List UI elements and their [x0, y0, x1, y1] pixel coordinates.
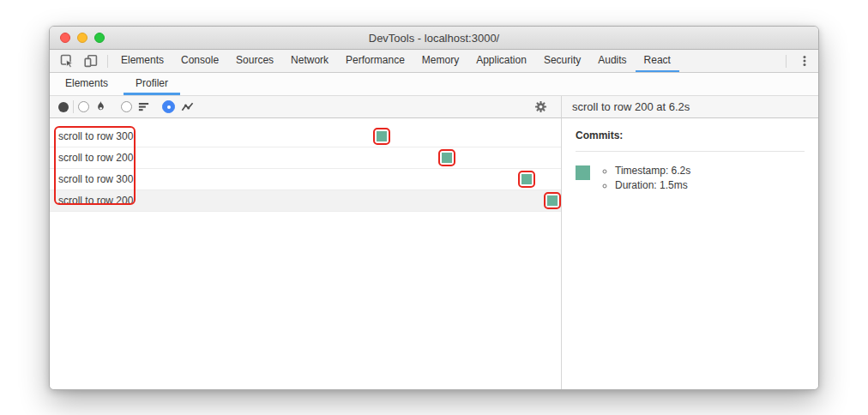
interactions-list: scroll to row 300 scroll to row 200 scro…	[50, 118, 561, 212]
details-divider	[576, 151, 805, 152]
interactions-radio-circle	[162, 100, 175, 113]
tab-sources[interactable]: Sources	[227, 50, 282, 72]
close-button[interactable]	[60, 33, 70, 43]
ranked-view-radio[interactable]	[121, 100, 150, 113]
commit-duration: Duration: 1.5ms	[615, 179, 690, 191]
devtools-tab-bar: Elements Console Sources Network Perform…	[50, 50, 818, 73]
inspect-cursor-icon	[60, 54, 74, 68]
commit-square[interactable]	[547, 195, 558, 206]
annotation-ring	[438, 149, 455, 166]
commit-details-header: scroll to row 200 at 6.2s	[562, 96, 818, 118]
react-panel-tab-bar: Elements Profiler	[50, 73, 818, 96]
tab-application[interactable]: Application	[467, 50, 535, 72]
traffic-lights	[60, 27, 105, 49]
window-title: DevTools - localhost:3000/	[369, 32, 499, 45]
tab-network[interactable]: Network	[282, 50, 337, 72]
ranked-radio-circle	[121, 101, 132, 112]
commit-details-panel: Commits: Timestamp: 6.2s Duration: 1.5ms	[562, 118, 818, 389]
tab-security[interactable]: Security	[535, 50, 589, 72]
flamegraph-view-radio[interactable]	[78, 100, 107, 113]
tab-bar-spacer	[679, 50, 781, 72]
devtools-window: DevTools - localhost:3000/ Elements Cons…	[49, 26, 819, 390]
react-tab-elements[interactable]: Elements	[53, 73, 120, 95]
interaction-label: scroll to row 300	[50, 169, 133, 189]
toolbar-divider	[107, 55, 108, 68]
interaction-label: scroll to row 200	[50, 147, 133, 168]
interaction-row[interactable]: scroll to row 300	[50, 169, 561, 190]
tab-react[interactable]: React	[636, 50, 679, 72]
kebab-menu-icon	[799, 54, 811, 68]
interactions-chart-icon	[180, 100, 195, 113]
gear-icon	[534, 100, 547, 113]
minimize-button[interactable]	[77, 33, 87, 43]
commit-square[interactable]	[377, 131, 387, 141]
menu-divider	[786, 55, 787, 68]
annotation-ring	[373, 128, 390, 145]
interaction-row[interactable]: scroll to row 300	[50, 126, 561, 147]
flamegraph-radio-circle	[78, 101, 89, 112]
commit-info-list: Timestamp: 6.2s Duration: 1.5ms	[590, 162, 690, 194]
profiler-toolbar	[50, 96, 562, 118]
profiler-settings-button[interactable]	[529, 100, 552, 113]
commit-entry[interactable]: Timestamp: 6.2s Duration: 1.5ms	[576, 162, 805, 194]
tab-performance[interactable]: Performance	[337, 50, 413, 72]
record-button[interactable]	[58, 102, 69, 112]
commit-color-swatch	[576, 165, 590, 180]
interaction-label: scroll to row 300	[50, 126, 133, 147]
flame-icon	[94, 100, 107, 113]
commits-heading: Commits:	[576, 129, 805, 141]
device-toolbar-icon	[84, 54, 98, 68]
tab-audits[interactable]: Audits	[589, 50, 635, 72]
zoom-button[interactable]	[94, 33, 105, 43]
more-options-button[interactable]	[791, 50, 818, 72]
tab-elements[interactable]: Elements	[112, 50, 172, 72]
selected-interaction-title: scroll to row 200 at 6.2s	[572, 100, 690, 113]
commit-square[interactable]	[442, 153, 452, 163]
inspect-element-button[interactable]	[55, 50, 79, 72]
commit-square[interactable]	[521, 174, 532, 184]
interaction-row-selected[interactable]: scroll to row 200	[50, 190, 561, 212]
interactions-view-radio[interactable]	[162, 100, 195, 113]
tab-console[interactable]: Console	[172, 50, 227, 72]
react-tab-profiler[interactable]: Profiler	[124, 73, 180, 95]
annotation-ring	[544, 192, 561, 209]
ranked-chart-icon	[137, 100, 150, 113]
device-toolbar-button[interactable]	[79, 50, 103, 72]
interactions-pane: scroll to row 300 scroll to row 200 scro…	[50, 118, 562, 389]
tab-memory[interactable]: Memory	[413, 50, 467, 72]
annotation-ring	[518, 171, 535, 188]
record-divider	[73, 100, 74, 113]
commit-timestamp: Timestamp: 6.2s	[615, 165, 690, 177]
title-bar: DevTools - localhost:3000/	[50, 27, 818, 50]
interaction-row[interactable]: scroll to row 200	[50, 147, 561, 169]
interaction-label: scroll to row 200	[50, 190, 133, 211]
